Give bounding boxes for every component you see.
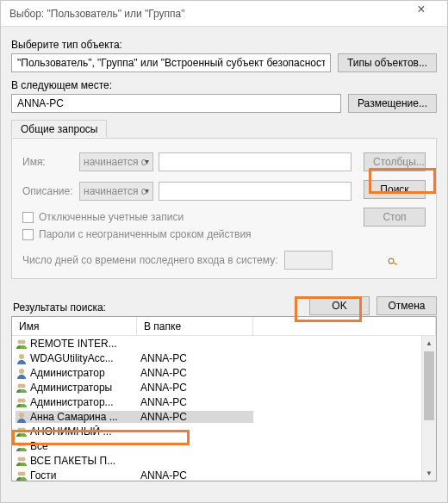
group-icon — [16, 396, 28, 408]
table-row[interactable]: ВСЕ ПАКЕТЫ П... — [12, 453, 436, 468]
table-row[interactable]: WDAGUtilityAcc...ANNA-PC — [12, 351, 436, 365]
row-name: ВСЕ ПАКЕТЫ П... — [30, 455, 115, 467]
table-row[interactable]: АдминистраторыANNA-PC — [12, 380, 436, 394]
listview-body[interactable]: REMOTE INTER...WDAGUtilityAcc...ANNA-PCА… — [12, 336, 436, 481]
stop-button[interactable]: Стоп — [364, 208, 426, 227]
find-icon — [387, 255, 399, 270]
results-listview[interactable]: Имя В папке REMOTE INTER...WDAGUtilityAc… — [11, 316, 437, 481]
table-row[interactable]: Все — [12, 438, 436, 453]
group-icon — [16, 440, 28, 452]
user-icon — [16, 411, 28, 423]
table-row[interactable]: REMOTE INTER... — [12, 336, 436, 351]
table-row[interactable]: Анна Самарина ...ANNA-PC — [12, 409, 436, 424]
location-label: В следующем месте: — [11, 79, 437, 91]
common-queries-panel: Имя: начинается с ▾ Описание: начинается… — [11, 138, 437, 279]
row-name: Администратор... — [30, 396, 114, 408]
disabled-accounts-label: Отключенные учетные записи — [39, 211, 184, 223]
window-title: Выбор: "Пользователь" или "Группа" — [9, 8, 404, 20]
results-label: Результаты поиска: — [1, 301, 447, 314]
scroll-down-button[interactable]: ▼ — [422, 466, 436, 481]
search-button[interactable]: Поиск — [364, 180, 426, 199]
location-field[interactable] — [11, 94, 341, 113]
user-icon — [16, 352, 28, 364]
group-icon — [16, 425, 28, 438]
days-since-logon-label: Число дней со времени последнего входа в… — [22, 254, 277, 266]
row-folder: ANNA-PC — [137, 396, 253, 408]
columns-button[interactable]: Столбцы... — [364, 152, 426, 171]
row-folder: ANNA-PC — [137, 411, 253, 423]
listview-header: Имя В папке — [12, 317, 436, 336]
group-icon — [16, 338, 28, 350]
table-row[interactable]: АдминистраторANNA-PC — [12, 365, 436, 380]
row-folder: ANNA-PC — [137, 352, 253, 364]
row-name: Администраторы — [30, 382, 112, 394]
object-types-field[interactable] — [11, 53, 331, 72]
svg-rect-1 — [392, 262, 397, 265]
table-row[interactable]: ГостиANNA-PC — [12, 468, 436, 481]
desc-input[interactable] — [159, 182, 352, 201]
table-row[interactable]: АНОНИМНЫЙ ... — [12, 424, 436, 438]
table-row[interactable]: Администратор...ANNA-PC — [12, 394, 436, 409]
row-folder: ANNA-PC — [137, 367, 253, 379]
name-mode-combo[interactable]: начинается с ▾ — [79, 152, 153, 171]
locations-button[interactable]: Размещение... — [348, 94, 437, 113]
desc-mode-combo[interactable]: начинается с ▾ — [79, 182, 153, 201]
days-since-logon-input[interactable] — [284, 251, 333, 270]
row-name: REMOTE INTER... — [30, 338, 117, 350]
user-icon — [16, 367, 28, 379]
group-icon — [16, 382, 28, 394]
column-name[interactable]: Имя — [12, 317, 137, 335]
tab-common-queries[interactable]: Общие запросы — [11, 120, 107, 138]
row-name: АНОНИМНЫЙ ... — [30, 425, 112, 438]
disabled-accounts-checkbox[interactable] — [22, 212, 34, 223]
scroll-thumb[interactable] — [424, 351, 434, 420]
name-label: Имя: — [22, 156, 74, 168]
row-name: Все — [30, 440, 48, 452]
row-name: Гости — [30, 469, 57, 481]
dialog-window: Выбор: "Пользователь" или "Группа" × Выб… — [0, 0, 448, 503]
content-area: Выберите тип объекта: Типы объектов... В… — [1, 27, 447, 286]
titlebar: Выбор: "Пользователь" или "Группа" × — [1, 1, 447, 27]
row-folder: ANNA-PC — [137, 469, 253, 481]
chevron-down-icon: ▾ — [145, 157, 149, 166]
group-icon — [16, 469, 28, 481]
row-folder: ANNA-PC — [137, 382, 253, 394]
row-name: WDAGUtilityAcc... — [30, 352, 114, 364]
object-types-button[interactable]: Типы объектов... — [338, 53, 437, 72]
nonexpiring-pwd-label: Пароли с неограниченным сроком действия — [39, 228, 252, 240]
object-type-label: Выберите тип объекта: — [11, 39, 437, 51]
row-name: Анна Самарина ... — [30, 411, 118, 423]
chevron-down-icon: ▾ — [145, 186, 149, 196]
desc-label: Описание: — [22, 185, 74, 197]
group-icon — [16, 455, 28, 467]
row-name: Администратор — [30, 367, 105, 379]
vertical-scrollbar[interactable]: ▲ ▼ — [421, 336, 436, 481]
column-folder[interactable]: В папке — [137, 317, 253, 335]
name-input[interactable] — [159, 152, 352, 171]
close-icon[interactable]: × — [404, 2, 439, 26]
nonexpiring-pwd-checkbox[interactable] — [22, 229, 34, 240]
column-spacer — [253, 317, 436, 335]
scroll-up-button[interactable]: ▲ — [422, 336, 436, 351]
